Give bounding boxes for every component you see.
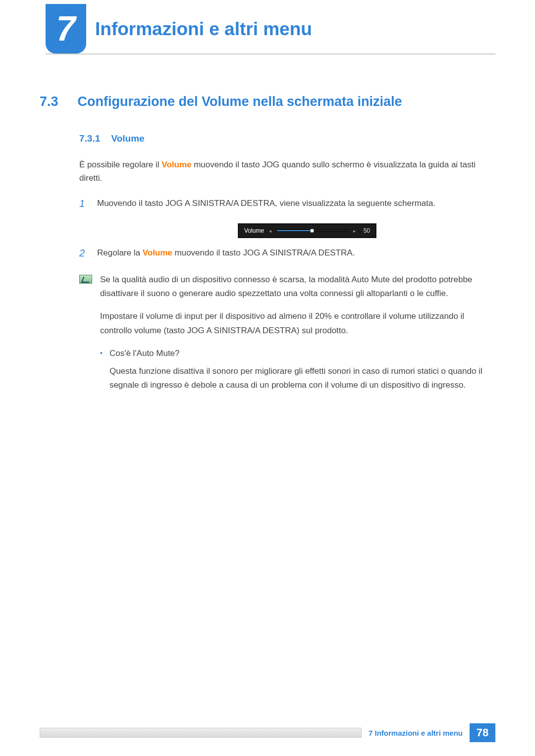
- footer-page-number: 78: [470, 723, 495, 742]
- step-item: 2 Regolare la Volume muovendo il tasto J…: [79, 246, 495, 260]
- chapter-number: 7: [56, 9, 76, 49]
- page-content: 7.3 Configurazione del Volume nella sche…: [40, 94, 495, 392]
- osd-panel: Volume ◂ ▸ 50: [238, 223, 376, 238]
- osd-label: Volume: [244, 227, 264, 234]
- section-number: 7.3: [40, 94, 75, 109]
- chapter-title: Informazioni e altri menu: [95, 19, 312, 40]
- chapter-tab: 7: [46, 4, 86, 53]
- bullet-body: Cos'è l'Auto Mute? Questa funzione disat…: [109, 347, 495, 392]
- step-text: Muovendo il tasto JOG A SINISTRA/A DESTR…: [97, 197, 495, 210]
- osd-value: 50: [364, 227, 370, 234]
- note-paragraph: Se la qualità audio di un dispositivo co…: [100, 273, 495, 301]
- header-divider: [46, 53, 495, 54]
- step-number: 1: [79, 197, 89, 210]
- section-title: Configurazione del Volume nella schermat…: [77, 94, 402, 109]
- step2-post: muovendo il tasto JOG A SINISTRA/A DESTR…: [172, 248, 355, 257]
- intro-paragraph: È possibile regolare il Volume muovendo …: [79, 158, 495, 185]
- step2-keyword: Volume: [143, 248, 172, 257]
- step-item: 1 Muovendo il tasto JOG A SINISTRA/A DES…: [79, 197, 495, 210]
- bullet-answer: Questa funzione disattiva il sonoro per …: [109, 364, 495, 392]
- osd-figure: Volume ◂ ▸ 50: [119, 223, 495, 238]
- section-heading: 7.3 Configurazione del Volume nella sche…: [40, 94, 495, 109]
- bullet-question: Cos'è l'Auto Mute?: [109, 347, 495, 360]
- intro-keyword: Volume: [161, 160, 191, 169]
- osd-slider-fill: [277, 230, 312, 231]
- steps-list: 1 Muovendo il tasto JOG A SINISTRA/A DES…: [79, 197, 495, 260]
- document-page: 7 Informazioni e altri menu 7.3 Configur…: [0, 0, 535, 756]
- note-icon: [79, 275, 92, 284]
- triangle-left-icon: ◂: [269, 228, 271, 234]
- subsection-heading: 7.3.1 Volume: [79, 133, 495, 144]
- bullet-dot-icon: •: [100, 347, 103, 392]
- note-bullet: • Cos'è l'Auto Mute? Questa funzione dis…: [100, 347, 495, 392]
- subsection-title: Volume: [111, 133, 144, 144]
- osd-slider-track: [276, 230, 348, 232]
- osd-slider-thumb: [310, 229, 314, 233]
- intro-pre: È possibile regolare il: [79, 160, 161, 169]
- note-paragraph: Impostare il volume di input per il disp…: [100, 309, 495, 337]
- page-footer: 7 Informazioni e altri menu 78: [40, 723, 495, 742]
- note-body: Se la qualità audio di un dispositivo co…: [100, 273, 495, 392]
- step2-pre: Regolare la: [97, 248, 143, 257]
- footer-text: 7 Informazioni e altri menu: [369, 729, 463, 737]
- step-number: 2: [79, 246, 89, 260]
- subsection-number: 7.3.1: [79, 133, 109, 144]
- step-text: Regolare la Volume muovendo il tasto JOG…: [97, 246, 495, 260]
- footer-bar: [40, 728, 362, 738]
- triangle-right-icon: ▸: [353, 228, 356, 234]
- note-block: Se la qualità audio di un dispositivo co…: [79, 273, 495, 392]
